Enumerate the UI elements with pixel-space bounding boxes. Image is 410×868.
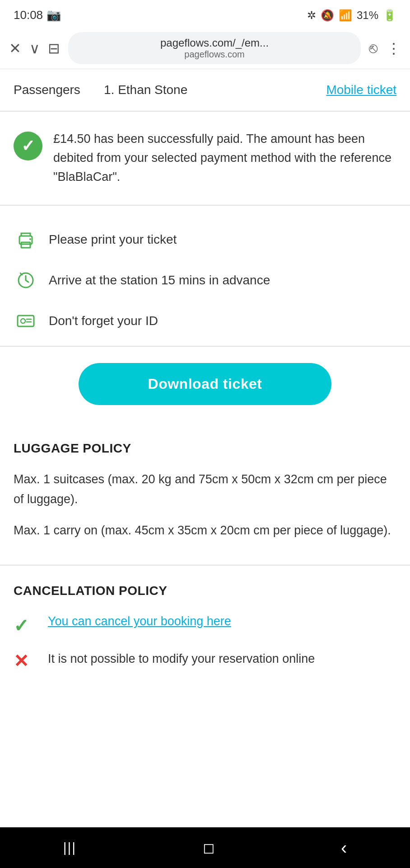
luggage-policy-text2: Max. 1 carry on (max. 45cm x 35cm x 20cm… [14, 520, 396, 541]
status-bar-left: 10:08 📷 [14, 8, 61, 22]
svg-rect-1 [21, 242, 30, 248]
download-ticket-button[interactable]: Download ticket [79, 363, 331, 405]
cancellation-policy-title: CANCELLATION POLICY [14, 584, 396, 598]
mute-icon: 🔕 [321, 9, 334, 22]
download-button-wrapper: Download ticket [0, 347, 410, 423]
svg-point-5 [21, 319, 25, 323]
printer-icon [14, 227, 38, 252]
payment-section: ✓ £14.50 has been successfully paid. The… [0, 112, 410, 206]
menu-button[interactable]: ⋮ [387, 40, 401, 57]
passengers-label: Passengers [14, 83, 86, 97]
domain-text: pageflows.com [184, 49, 244, 60]
cancel-booking-link[interactable]: You can cancel your booking here [48, 614, 231, 628]
luggage-policy-title: LUGGAGE POLICY [14, 441, 396, 456]
info-text-print: Please print your ticket [49, 232, 177, 247]
success-icon: ✓ [14, 132, 42, 160]
wifi-icon: 📶 [339, 9, 352, 22]
info-text-clock: Arrive at the station 15 mins in advance [49, 273, 270, 288]
clock-icon [14, 268, 38, 292]
cancel-row-1: ✓ You can cancel your booking here [14, 614, 396, 636]
cancel-text-2: It is not possible to modify your reserv… [48, 650, 315, 669]
browser-actions: ⎋ ⋮ [369, 40, 401, 57]
close-button[interactable]: ✕ [9, 40, 21, 57]
passenger-name: 1. Ethan Stone [104, 83, 308, 97]
dropdown-button[interactable]: ∨ [29, 40, 40, 57]
luggage-policy-section: LUGGAGE POLICY Max. 1 suitcases (max. 20… [0, 423, 410, 566]
check-mark-icon: ✓ [14, 615, 36, 636]
payment-message: £14.50 has been successfully paid. The a… [53, 130, 396, 187]
bottom-nav: ||| ◻ ‹ [0, 827, 410, 868]
info-row-clock: Arrive at the station 15 mins in advance [14, 260, 396, 301]
luggage-policy-text1: Max. 1 suitcases (max. 20 kg and 75cm x … [14, 469, 396, 509]
url-box[interactable]: pageflows.com/_/em... pageflows.com [68, 32, 361, 64]
browser-bar: ✕ ∨ ⊟ pageflows.com/_/em... pageflows.co… [0, 28, 410, 69]
time-display: 10:08 [14, 8, 43, 22]
info-row-id: Don't forget your ID [14, 301, 396, 341]
battery-display: 31% [357, 9, 378, 22]
back-button[interactable]: ‹ [341, 838, 347, 858]
bluetooth-icon: ✲ [307, 9, 316, 22]
filter-button[interactable]: ⊟ [48, 40, 60, 57]
battery-icon: 🔋 [383, 9, 396, 22]
info-section: Please print your ticket Arrive at the s… [0, 206, 410, 347]
status-bar-right: ✲ 🔕 📶 31% 🔋 [307, 9, 396, 22]
mobile-ticket-link[interactable]: Mobile ticket [326, 83, 396, 97]
info-row-print: Please print your ticket [14, 219, 396, 260]
cross-icon: ✕ [14, 651, 36, 671]
passengers-row: Passengers 1. Ethan Stone Mobile ticket [0, 69, 410, 112]
cancel-row-2: ✕ It is not possible to modify your rese… [14, 650, 396, 671]
url-text: pageflows.com/_/em... [160, 37, 269, 49]
info-text-id: Don't forget your ID [49, 314, 158, 328]
home-button[interactable]: ◻ [203, 839, 215, 856]
camera-icon: 📷 [47, 8, 61, 22]
svg-point-2 [29, 238, 31, 240]
id-icon [14, 309, 38, 333]
status-bar: 10:08 📷 ✲ 🔕 📶 31% 🔋 [0, 0, 410, 28]
cancellation-policy-section: CANCELLATION POLICY ✓ You can cancel you… [0, 566, 410, 698]
recent-apps-button[interactable]: ||| [63, 840, 76, 855]
share-button[interactable]: ⎋ [369, 40, 377, 57]
